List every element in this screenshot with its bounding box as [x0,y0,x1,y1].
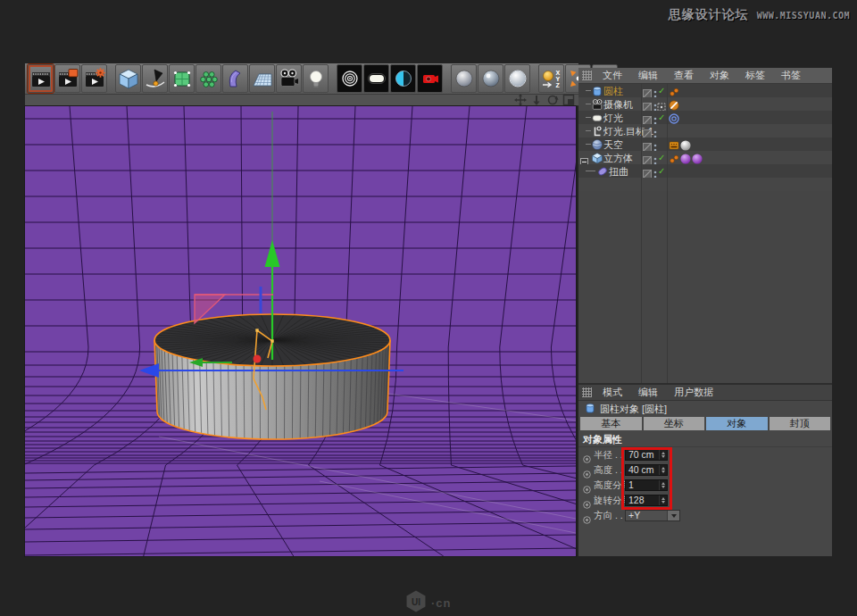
svg-text:UI: UI [412,597,420,607]
cube-primitive-icon [118,68,139,89]
spinner-arrows[interactable] [659,480,667,490]
drag-grip-icon[interactable] [582,387,592,397]
material-sphere-2-button[interactable] [478,64,503,93]
param-input[interactable]: 70 cm [625,449,668,461]
application-window: 思缘设计论坛 WWW.MISSYUAN.COM XYZ 文件编辑查看对象标签书签… [0,0,857,616]
zoom-icon[interactable] [529,95,543,106]
area-light-icon [366,68,387,89]
3d-viewport[interactable] [25,106,576,556]
enabled-check-icon[interactable]: ✓ [658,165,665,177]
bend-deformer-button[interactable] [222,64,248,93]
attribute-tab-inactive[interactable]: 坐标 [644,417,705,430]
render-view-button[interactable] [28,64,54,93]
attribute-manager-menubar: 模式编辑用户数据 [578,385,832,401]
om-menu-item[interactable]: 文件 [595,68,629,83]
subdivision-surface-button[interactable] [169,64,195,93]
physical-render-button[interactable] [417,64,443,93]
material-sphere-3-button[interactable] [504,64,530,93]
target-light-icon [339,68,361,89]
spinner-arrows[interactable] [659,450,667,460]
pan-icon[interactable] [513,95,527,106]
area-light-button[interactable] [363,64,389,93]
param-label: 方向 . . . [594,510,625,522]
column-separator [641,84,642,384]
object-label: 摄像机 [603,98,633,112]
object-row-3[interactable]: 灯光✓ [578,111,832,124]
viewport-scene [25,106,576,556]
render-picture-viewer-button[interactable] [54,64,80,93]
uicn-logo-suffix: ·cn [431,596,452,610]
array-object-icon [198,68,220,89]
am-menu-item[interactable]: 用户数据 [667,385,720,400]
param-dropdown[interactable]: +Y [625,510,680,521]
param-input[interactable]: 128 [625,495,668,506]
svg-text:Y: Y [555,76,560,82]
attribute-object-title: 圆柱对象 [圆柱] [578,401,832,417]
param-label: 高度分段 [594,479,625,492]
sky-shadow-icon [393,68,414,89]
param-input[interactable]: 40 cm [625,464,668,476]
param-label: 半径 . . [594,449,625,462]
attribute-tab-inactive[interactable]: 封顶 [770,417,831,430]
enabled-check-icon[interactable]: ✓ [658,152,665,163]
object-row-1[interactable]: 圆柱✓ [578,84,832,97]
am-menu-item[interactable]: 模式 [595,385,629,400]
target-light-button[interactable] [337,64,362,93]
render-settings-icon [84,68,105,89]
param-input[interactable]: 1 [625,479,668,491]
object-manager-menubar: 文件编辑查看对象标签书签 [578,68,832,84]
om-menu-item[interactable]: 书签 [774,68,808,83]
svg-text:Z: Z [555,82,560,88]
attribute-tab-inactive[interactable]: 基本 [580,417,642,430]
object-row-2[interactable]: 摄像机 [578,97,832,111]
pen-spline-icon [145,68,166,89]
svg-text:X: X [555,70,560,76]
om-menu-item[interactable]: 标签 [738,68,772,83]
coordinates-xyz-button[interactable]: XYZ [538,64,564,93]
toggle-view-icon[interactable] [562,95,575,106]
attribute-tab-active[interactable]: 对象 [706,417,768,430]
floor-environment-button[interactable] [249,64,275,93]
spinner-arrows[interactable] [659,495,667,505]
param-row: 旋转分段128 [578,493,832,508]
object-row-7[interactable]: 扭曲✓ [578,164,832,178]
enabled-check-icon[interactable]: ✓ [658,85,665,96]
array-object-button[interactable] [196,64,221,93]
dropdown-arrow-icon[interactable] [667,511,679,520]
key-radio-icon[interactable] [583,512,591,528]
param-row: 高度 . .40 cm [578,462,832,478]
object-label: 天空 [603,138,623,152]
drag-grip-icon[interactable] [582,71,592,80]
bend-deformer-icon [225,68,246,89]
column-separator [667,84,668,384]
render-settings-button[interactable] [81,64,107,93]
object-label: 立方体 [603,152,633,165]
empty-row [578,178,832,191]
subdivision-surface-icon [171,68,193,89]
tree-line [586,171,595,171]
enabled-check-icon[interactable]: ✓ [658,112,665,123]
floor-environment-icon [252,68,273,89]
cube-primitive-button[interactable] [115,64,141,93]
sky-shadow-button[interactable] [390,64,416,93]
spinner-arrows[interactable] [659,465,667,475]
watermark-site-name: 思缘设计论坛 [669,7,749,23]
camera-object-icon [279,68,300,89]
om-menu-item[interactable]: 编辑 [631,68,665,83]
uicn-hexagon-icon: UI [404,589,428,616]
om-menu-item[interactable]: 查看 [667,68,701,83]
watermark-banner: 思缘设计论坛 WWW.MISSYUAN.COM [669,7,850,23]
rotate-icon[interactable] [545,95,559,106]
object-row-4[interactable]: 灯光.目标.1 [578,124,832,137]
object-row-5[interactable]: 天空 [578,137,832,151]
attribute-object-title-text: 圆柱对象 [圆柱] [600,403,667,416]
object-row-6[interactable]: 立方体✓ [578,151,832,164]
param-label: 高度 . . [594,464,625,477]
camera-object-button[interactable] [276,64,302,93]
pen-spline-button[interactable] [142,64,168,93]
light-object-button[interactable] [303,64,329,93]
material-sphere-1-button[interactable] [451,64,477,93]
am-menu-item[interactable]: 编辑 [631,385,665,400]
param-value: 40 cm [626,465,659,475]
om-menu-item[interactable]: 对象 [703,68,736,83]
